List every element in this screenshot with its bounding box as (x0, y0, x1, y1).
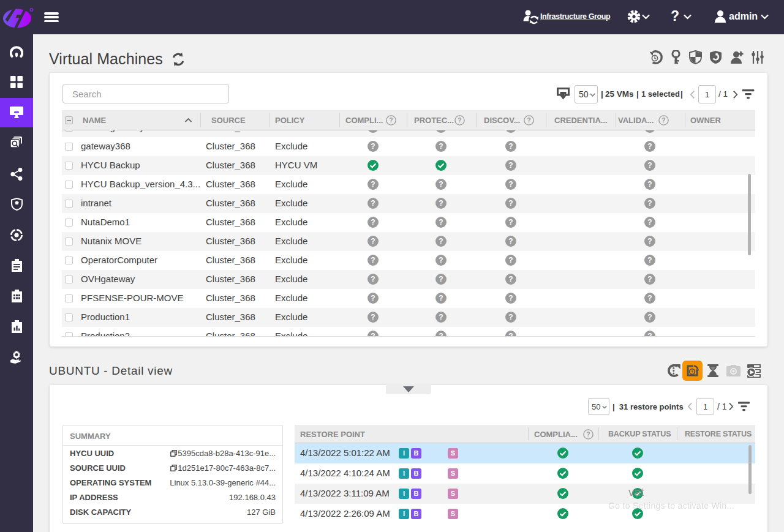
svg-text:?: ? (389, 116, 393, 124)
svg-text:?: ? (458, 116, 461, 124)
svg-text:?: ? (662, 116, 665, 124)
svg-text:?: ? (586, 430, 590, 438)
svg-text:R: R (30, 8, 33, 12)
svg-text:?: ? (527, 116, 530, 124)
